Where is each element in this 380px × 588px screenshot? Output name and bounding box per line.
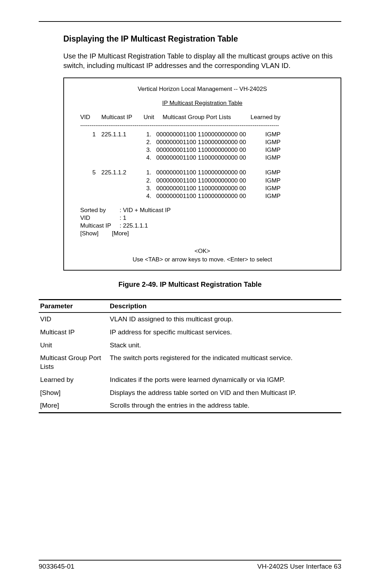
sorted-vid-label: VID [80,214,120,222]
table-row: UnitStack unit. [39,339,341,352]
page-footer: 9033645-01 VH-2402S User Interface 63 [39,560,341,570]
param-header-desc: Description [108,300,341,313]
show-action[interactable]: [Show] [80,230,112,237]
sorted-by-value: : VID + Multicast IP [120,206,171,214]
col-header-vid: VID [80,113,101,121]
col-header-ports: Multicast Group Port Lists [163,113,251,121]
footer-doc-number: 9033645-01 [39,563,74,570]
terminal-data: 1225.1.1.11.000000001100 110000000000 00… [74,131,331,200]
parameter-table: Parameter Description VIDVLAN ID assigne… [39,299,341,413]
section-title: Displaying the IP Multicast Registration… [63,34,341,44]
table-row: 2.000000001100 110000000000 00IGMP [80,138,331,146]
col-header-learned: Learned by [251,113,289,121]
table-row: 4.000000001100 110000000000 00IGMP [80,154,331,162]
terminal-sorted-block: Sorted by : VID + Multicast IP VID : 1 M… [74,206,331,237]
figure-caption: Figure 2-49. IP Multicast Registration T… [39,280,341,289]
terminal-subtitle: IP Multicast Registration Table [74,99,331,107]
intro-paragraph: Use the IP Multicast Registration Table … [63,51,341,70]
table-row: [More]Scrolls through the entries in the… [39,399,341,413]
param-header-param: Parameter [39,300,108,313]
table-row: Multicast Group Port ListsThe switch por… [39,352,341,373]
table-row: 3.000000001100 110000000000 00IGMP [80,185,331,192]
table-row: 4.000000001100 110000000000 00IGMP [80,192,331,200]
table-row: [Show]Displays the address table sorted … [39,386,341,400]
col-header-mip: Multicast IP [101,113,144,121]
sorted-vid-value: : 1 [120,214,126,222]
terminal-hint: Use <TAB> or arrow keys to move. <Enter>… [74,256,331,264]
sorted-mip-value: : 225.1.1.1 [120,222,148,230]
sorted-by-label: Sorted by [80,206,120,214]
more-action[interactable]: [More] [112,230,129,237]
bottom-rule [39,560,341,561]
table-row: 3.000000001100 110000000000 00IGMP [80,146,331,154]
terminal-header-row: VID Multicast IP Unit Multicast Group Po… [74,113,331,121]
terminal-screen: Vertical Horizon Local Management -- VH-… [63,78,341,271]
table-row: Learned byIndicates if the ports were le… [39,373,341,386]
table-row: 5225.1.1.21.000000001100 110000000000 00… [80,169,331,177]
terminal-divider: ----------------------------------------… [80,122,331,129]
col-header-unit: Unit [144,113,163,121]
sorted-mip-label: Multicast IP [80,222,120,230]
table-row: 1225.1.1.11.000000001100 110000000000 00… [80,131,331,138]
top-rule [39,21,341,22]
footer-page-ref: VH-2402S User Interface 63 [257,563,341,570]
table-row: 2.000000001100 110000000000 00IGMP [80,177,331,185]
table-row: Multicast IPIP address for specific mult… [39,326,341,339]
table-row: VIDVLAN ID assigned to this multicast gr… [39,312,341,326]
ok-action[interactable]: <OK> [74,247,331,255]
terminal-title: Vertical Horizon Local Management -- VH-… [74,85,331,93]
